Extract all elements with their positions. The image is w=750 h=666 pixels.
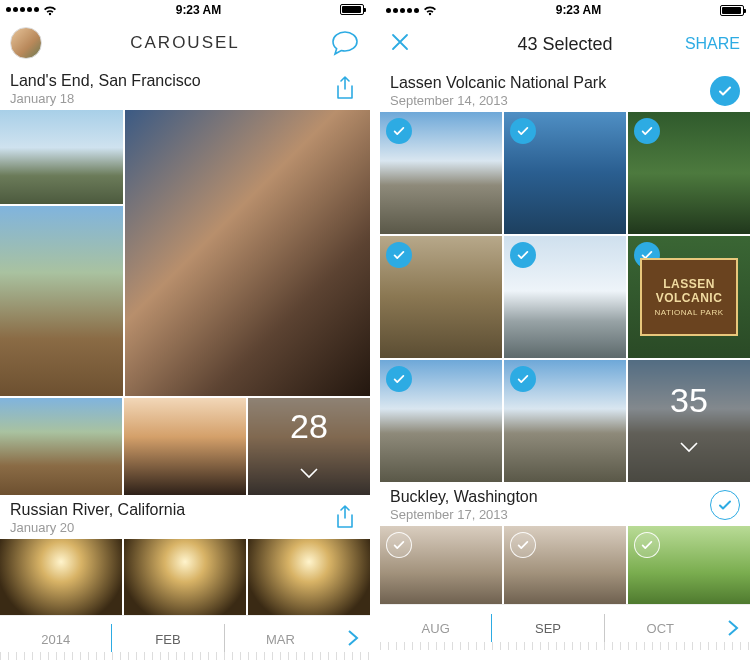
check-circle-icon (634, 118, 660, 144)
select-all-button[interactable] (710, 490, 740, 520)
section-date: January 20 (10, 520, 185, 535)
photo-thumbnail[interactable] (628, 526, 750, 604)
section-location: Russian River, California (10, 501, 185, 519)
photo-thumbnail[interactable] (504, 360, 626, 482)
screen-selection: 9:23 AM 43 Selected SHARE Lassen Volcani… (380, 0, 750, 660)
battery-icon (720, 5, 744, 16)
photo-thumbnail[interactable] (380, 112, 502, 234)
photo-thumbnail[interactable] (0, 206, 123, 396)
photo-thumbnail[interactable] (124, 398, 246, 495)
status-bar: 9:23 AM (380, 0, 750, 20)
photo-grid (0, 110, 370, 396)
chevron-down-icon (679, 422, 699, 461)
photo-row (0, 539, 370, 615)
photo-thumbnail[interactable] (628, 112, 750, 234)
nav-bar: CAROUSEL (0, 19, 370, 66)
battery-icon (340, 4, 364, 15)
section-header: Buckley, Washington September 17, 2013 (380, 482, 750, 526)
check-circle-icon (510, 242, 536, 268)
select-all-button[interactable] (710, 76, 740, 106)
photo-thumbnail[interactable] (0, 539, 122, 615)
photo-thumbnail[interactable] (504, 112, 626, 234)
check-circle-icon (386, 242, 412, 268)
selection-count-title: 43 Selected (450, 34, 680, 55)
screen-carousel: 9:23 AM CAROUSEL Land's End, San Francis… (0, 0, 370, 660)
wifi-icon (423, 5, 437, 15)
share-button[interactable] (330, 503, 360, 533)
more-count: 28 (290, 407, 328, 446)
check-circle-icon (386, 366, 412, 392)
more-count: 35 (670, 381, 708, 420)
timeline-next-button[interactable] (716, 619, 750, 637)
photo-grid: LASSEN VOLCANIC NATIONAL PARK 35 (380, 112, 750, 482)
timeline-next-button[interactable] (336, 629, 370, 647)
timeline-segment[interactable]: 2014 (0, 630, 111, 647)
status-time: 9:23 AM (176, 3, 222, 17)
section-header: Russian River, California January 20 (0, 495, 370, 539)
check-circle-icon (510, 118, 536, 144)
timeline-segment[interactable]: SEP (492, 619, 603, 636)
wifi-icon (43, 5, 57, 15)
section-header: Lassen Volcanic National Park September … (380, 68, 750, 112)
timeline-ticks (380, 642, 750, 650)
more-count-overlay: 28 (248, 398, 370, 495)
photo-thumbnail[interactable] (504, 526, 626, 604)
check-circle-icon (386, 118, 412, 144)
photo-thumbnail[interactable] (124, 539, 246, 615)
photo-row (380, 526, 750, 604)
share-button[interactable] (330, 74, 360, 104)
nav-bar: 43 Selected SHARE (380, 20, 750, 68)
timeline-segment[interactable]: AUG (380, 619, 491, 636)
section-date: January 18 (10, 91, 201, 106)
more-count-overlay: 35 (628, 360, 750, 482)
section-header: Land's End, San Francisco January 18 (0, 66, 370, 110)
photo-thumbnail[interactable] (380, 360, 502, 482)
check-circle-outline-icon (710, 490, 740, 520)
timeline-ticks (0, 652, 370, 660)
signal-dots-icon (6, 7, 39, 12)
timeline-segment[interactable]: FEB (112, 630, 223, 647)
status-time: 9:23 AM (556, 3, 602, 17)
check-circle-outline-icon (634, 532, 660, 558)
check-circle-icon (510, 366, 536, 392)
avatar[interactable] (10, 27, 42, 59)
close-button[interactable] (390, 30, 410, 58)
app-title: CAROUSEL (70, 33, 300, 53)
section-date: September 17, 2013 (390, 507, 538, 522)
timeline-scrubber[interactable]: AUG SEP OCT (380, 604, 750, 650)
section-location: Lassen Volcanic National Park (390, 74, 606, 92)
section-date: September 14, 2013 (390, 93, 606, 108)
park-sign: LASSEN VOLCANIC NATIONAL PARK (640, 258, 738, 336)
check-circle-icon (710, 76, 740, 106)
photo-thumbnail[interactable]: LASSEN VOLCANIC NATIONAL PARK (628, 236, 750, 358)
section-location: Land's End, San Francisco (10, 72, 201, 90)
signal-dots-icon (386, 8, 419, 13)
photo-thumbnail-more[interactable]: 35 (628, 360, 750, 482)
timeline-segment[interactable]: OCT (605, 619, 716, 636)
section-location: Buckley, Washington (390, 488, 538, 506)
timeline-segment[interactable]: MAR (225, 630, 336, 647)
photo-thumbnail[interactable] (125, 110, 370, 396)
photo-thumbnail[interactable] (380, 236, 502, 358)
chat-icon[interactable] (330, 29, 360, 57)
chevron-down-icon (299, 448, 319, 487)
photo-row: 28 (0, 398, 370, 495)
photo-thumbnail[interactable] (0, 398, 122, 495)
check-circle-outline-icon (510, 532, 536, 558)
share-button[interactable]: SHARE (685, 35, 740, 53)
photo-thumbnail-more[interactable]: 28 (248, 398, 370, 495)
status-bar: 9:23 AM (0, 0, 370, 19)
timeline-scrubber[interactable]: 2014 FEB MAR (0, 615, 370, 660)
photo-thumbnail[interactable] (248, 539, 370, 615)
photo-thumbnail[interactable] (504, 236, 626, 358)
photo-thumbnail[interactable] (0, 110, 123, 204)
photo-thumbnail[interactable] (380, 526, 502, 604)
check-circle-outline-icon (386, 532, 412, 558)
